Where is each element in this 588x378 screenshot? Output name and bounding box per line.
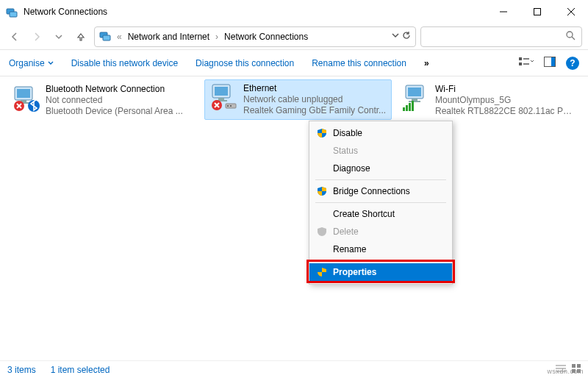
- svg-rect-37: [412, 101, 414, 111]
- context-menu: Disable Status Diagnose Bridge Connectio…: [309, 121, 453, 285]
- svg-rect-11: [519, 63, 522, 65]
- ctx-label: Disable: [333, 128, 362, 138]
- wifi-adapter-icon: [401, 84, 431, 113]
- svg-rect-15: [551, 57, 555, 66]
- connection-device: Realtek RTL8822CE 802.11ac PCIe ...: [435, 106, 576, 117]
- watermark: wsxdn.com: [547, 368, 584, 375]
- bluetooth-adapter-icon: [12, 84, 41, 113]
- help-icon[interactable]: ?: [566, 57, 579, 70]
- svg-line-9: [572, 37, 575, 40]
- organise-menu[interactable]: Organise: [9, 58, 54, 68]
- ctx-label: Status: [333, 146, 358, 156]
- search-field[interactable]: [420, 26, 582, 47]
- diagnose-connection-button[interactable]: Diagnose this connection: [196, 58, 294, 68]
- connection-item-bluetooth[interactable]: Bluetooth Network Connection Not connect…: [7, 81, 195, 120]
- ctx-diagnose[interactable]: Diagnose: [311, 160, 451, 177]
- svg-rect-32: [412, 99, 417, 101]
- rename-connection-button[interactable]: Rename this connection: [312, 58, 406, 68]
- breadcrumb-part-1[interactable]: Network and Internet: [128, 32, 209, 42]
- address-dropdown-icon[interactable]: [392, 31, 399, 42]
- command-bar: Organise Disable this network device Dia…: [0, 50, 588, 76]
- status-item-count: 3 items: [7, 365, 36, 375]
- breadcrumb-sep-1: ›: [214, 32, 220, 42]
- ctx-label: Bridge Connections: [333, 186, 410, 196]
- ctx-separator: [315, 179, 446, 180]
- shield-icon: [317, 227, 327, 237]
- connection-name: Wi-Fi: [435, 84, 576, 95]
- connection-device: Bluetooth Device (Personal Area ...: [46, 106, 183, 117]
- ctx-rename[interactable]: Rename: [311, 240, 451, 258]
- up-button[interactable]: [72, 28, 90, 46]
- window-title: Network Connections: [24, 7, 487, 17]
- recent-dropdown[interactable]: [50, 28, 68, 46]
- breadcrumb-prefix: «: [115, 32, 123, 42]
- preview-pane-icon[interactable]: [544, 57, 556, 69]
- address-field[interactable]: « Network and Internet › Network Connect…: [94, 26, 416, 47]
- refresh-icon[interactable]: [402, 31, 411, 42]
- maximize-button[interactable]: [520, 0, 554, 24]
- svg-rect-7: [103, 35, 110, 40]
- back-button[interactable]: [6, 28, 24, 46]
- svg-rect-33: [409, 101, 420, 102]
- svg-rect-23: [215, 87, 228, 96]
- ethernet-adapter-icon: [209, 83, 239, 113]
- connection-name: Ethernet: [243, 83, 386, 94]
- addressbar: « Network and Internet › Network Connect…: [0, 24, 588, 50]
- svg-rect-29: [230, 105, 232, 107]
- svg-rect-34: [403, 107, 405, 111]
- status-selected-count: 1 item selected: [51, 365, 110, 375]
- ctx-separator: [315, 202, 446, 203]
- ctx-label: Delete: [333, 227, 359, 237]
- svg-rect-1: [10, 12, 17, 17]
- view-options-icon[interactable]: [519, 57, 534, 69]
- connection-item-wifi[interactable]: Wi-Fi MountOlympus_5G Realtek RTL8822CE …: [397, 81, 581, 120]
- search-icon: [565, 30, 576, 43]
- statusbar: 3 items 1 item selected: [0, 360, 588, 378]
- shield-icon: [317, 128, 327, 138]
- svg-point-8: [567, 32, 573, 38]
- svg-rect-31: [408, 88, 421, 96]
- svg-rect-17: [17, 89, 30, 98]
- svg-rect-24: [218, 98, 224, 100]
- svg-rect-35: [406, 105, 408, 111]
- svg-rect-3: [534, 9, 541, 15]
- toolbar-overflow[interactable]: »: [424, 58, 429, 68]
- app-icon: [6, 6, 18, 18]
- ctx-properties[interactable]: Properties: [309, 263, 452, 281]
- forward-button[interactable]: [28, 28, 46, 46]
- ctx-status: Status: [311, 142, 451, 160]
- close-button[interactable]: [554, 0, 588, 24]
- shield-icon: [317, 186, 327, 196]
- ctx-label: Create Shortcut: [333, 209, 395, 219]
- ctx-separator: [315, 260, 446, 261]
- connection-status: Network cable unplugged: [243, 94, 386, 105]
- connection-status: MountOlympus_5G: [435, 95, 576, 106]
- breadcrumb-part-2[interactable]: Network Connections: [224, 32, 308, 42]
- connection-name: Bluetooth Network Connection: [46, 84, 183, 95]
- location-icon: [99, 29, 111, 43]
- svg-rect-36: [409, 103, 411, 111]
- window-controls: [487, 0, 588, 24]
- ctx-create-shortcut[interactable]: Create Shortcut: [311, 205, 451, 223]
- connection-item-ethernet[interactable]: Ethernet Network cable unplugged Realtek…: [204, 79, 392, 120]
- svg-rect-10: [519, 57, 522, 60]
- ctx-label: Diagnose: [333, 163, 370, 174]
- connection-status: Not connected: [46, 95, 183, 106]
- ctx-bridge[interactable]: Bridge Connections: [311, 182, 451, 200]
- disable-device-button[interactable]: Disable this network device: [71, 58, 178, 68]
- svg-rect-28: [227, 105, 229, 107]
- minimize-button[interactable]: [487, 0, 520, 24]
- ctx-delete: Delete: [311, 223, 451, 240]
- ctx-label: Properties: [333, 267, 376, 277]
- content-area: Bluetooth Network Connection Not connect…: [0, 76, 588, 360]
- titlebar: Network Connections: [0, 0, 588, 24]
- connection-device: Realtek Gaming GbE Family Contr...: [243, 105, 386, 116]
- ctx-label: Rename: [333, 244, 366, 254]
- ctx-disable[interactable]: Disable: [311, 124, 451, 142]
- shield-icon: [317, 267, 327, 277]
